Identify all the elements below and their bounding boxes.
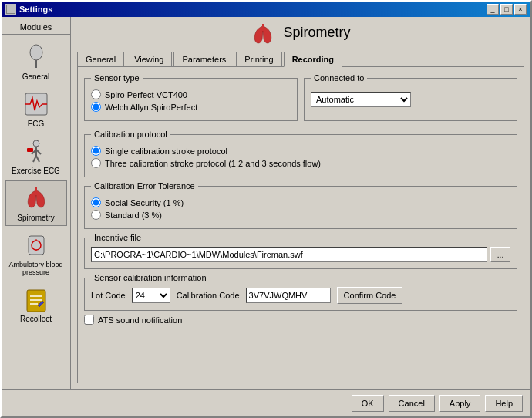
close-button[interactable]: ×: [514, 4, 527, 15]
maximize-button[interactable]: □: [500, 4, 513, 15]
svg-point-5: [33, 140, 39, 147]
calibration-protocol-group: Calibration protocol Single calibration …: [84, 130, 517, 177]
incentive-file-input[interactable]: [91, 247, 487, 262]
sidebar-item-recollect[interactable]: Recollect: [5, 281, 67, 327]
incentive-file-legend: Incentive file: [91, 233, 144, 242]
cal-proto-row-1: Single calibration stroke protocol: [91, 146, 510, 156]
lot-code-label: Lot Code: [91, 291, 126, 300]
tabs-container: General Viewing Parameters Printing Reco…: [77, 51, 524, 66]
ok-button[interactable]: OK: [352, 395, 384, 412]
sensor-cal-legend: Sensor calibration information: [91, 273, 210, 282]
main-panel: Spirometry General Viewing Parameters Pr…: [71, 17, 530, 389]
sensor-radio-welch-allyn[interactable]: [91, 102, 101, 112]
general-label: General: [22, 72, 50, 81]
tab-viewing[interactable]: Viewing: [126, 52, 172, 67]
sensor-radio-row-1: Spiro Perfect VCT400: [91, 89, 291, 99]
settings-window: Settings _ □ × Modules General: [0, 0, 532, 418]
apply-button[interactable]: Apply: [439, 395, 481, 412]
incentive-file-browse-button[interactable]: ...: [490, 247, 510, 262]
tab-content-recording: Sensor type Spiro Perfect VCT400 Welch A…: [77, 66, 524, 383]
incentive-file-row: ...: [91, 247, 510, 262]
svg-rect-12: [35, 187, 37, 195]
general-icon: [22, 43, 50, 71]
sensor-type-legend: Sensor type: [91, 73, 143, 83]
sensor-type-group: Sensor type Spiro Perfect VCT400 Welch A…: [84, 73, 298, 121]
cal-proto-label-three: Three calibration stroke protocol (1,2 a…: [105, 159, 321, 168]
title-bar-left: Settings: [5, 4, 52, 15]
cal-proto-radio-single[interactable]: [91, 146, 101, 156]
cal-error-tolerance-group: Calibration Error Tolerance Social Secur…: [84, 181, 517, 229]
svg-rect-21: [262, 24, 264, 31]
ecg-icon: [22, 90, 50, 118]
sidebar-item-ambulatory[interactable]: Ambulatory blood pressure: [5, 228, 67, 280]
svg-rect-17: [27, 290, 45, 312]
cal-error-radio-standard[interactable]: [91, 210, 101, 220]
ats-sound-label: ATS sound notification: [98, 315, 182, 325]
sidebar-item-exercise-ecg[interactable]: Exercise ECG: [5, 133, 67, 179]
sensor-radio-spiro-perfect[interactable]: [91, 89, 101, 99]
svg-rect-11: [27, 148, 33, 152]
cal-proto-radio-three[interactable]: [91, 158, 101, 168]
sensor-cal-row: Lot Code 24 25 26 Calibration Code Confi…: [91, 287, 510, 304]
cal-error-row-1: Social Security (1 %): [91, 197, 510, 207]
svg-line-9: [33, 156, 36, 162]
calibration-code-input[interactable]: [246, 288, 331, 303]
confirm-code-button[interactable]: Confirm Code: [337, 287, 403, 304]
tab-parameters[interactable]: Parameters: [173, 52, 234, 67]
cal-proto-label-single: Single calibration stroke protocol: [105, 147, 227, 156]
spirometry-label: Spirometry: [17, 214, 54, 222]
recollect-icon: [22, 285, 50, 313]
minimize-button[interactable]: _: [487, 4, 499, 15]
recollect-label: Recollect: [20, 315, 52, 323]
tab-printing[interactable]: Printing: [236, 52, 281, 67]
svg-rect-1: [7, 5, 15, 13]
title-bar: Settings _ □ ×: [2, 2, 530, 17]
sensor-radio-row-2: Welch Allyn SpiroPerfect: [91, 102, 291, 112]
sensor-calibration-group: Sensor calibration information Lot Code …: [84, 273, 517, 311]
sidebar: Modules General: [2, 17, 71, 389]
tab-general[interactable]: General: [77, 52, 124, 67]
ambulatory-label: Ambulatory blood pressure: [8, 261, 65, 276]
connected-to-legend: Connected to: [311, 73, 367, 83]
ambulatory-icon: [22, 231, 50, 259]
cal-error-radio-social[interactable]: [91, 197, 101, 207]
ats-checkbox-row: ATS sound notification: [84, 315, 517, 325]
sidebar-item-general[interactable]: General: [5, 39, 67, 85]
cal-error-label-standard: Standard (3 %): [105, 211, 162, 220]
svg-point-2: [30, 45, 42, 60]
lot-code-select[interactable]: 24 25 26: [132, 288, 170, 303]
cal-error-row-2: Standard (3 %): [91, 210, 510, 220]
ecg-label: ECG: [28, 120, 45, 128]
cal-error-label-social: Social Security (1 %): [105, 198, 184, 207]
page-title: Spirometry: [283, 25, 350, 41]
help-button[interactable]: Help: [485, 395, 523, 412]
sidebar-header: Modules: [2, 20, 70, 35]
exercise-ecg-icon: [22, 137, 50, 165]
connected-to-select[interactable]: Automatic COM1 COM2 COM3 COM4: [311, 92, 411, 107]
connected-to-group: Connected to Automatic COM1 COM2 COM3 CO…: [304, 73, 517, 121]
cal-error-legend: Calibration Error Tolerance: [91, 181, 198, 190]
svg-rect-13: [29, 236, 44, 255]
bottom-bar: OK Cancel Apply Help: [2, 389, 530, 416]
sidebar-item-ecg[interactable]: ECG: [5, 86, 67, 132]
spirometry-icon: [22, 184, 50, 212]
tab-recording[interactable]: Recording: [284, 52, 342, 67]
cancel-button[interactable]: Cancel: [389, 395, 435, 412]
calibration-code-label: Calibration Code: [177, 291, 240, 300]
sensor-label-welch-allyn: Welch Allyn SpiroPerfect: [105, 103, 197, 112]
window-title: Settings: [19, 5, 52, 14]
title-buttons: _ □ ×: [487, 4, 527, 15]
page-header-icon: [251, 23, 275, 46]
svg-line-10: [36, 156, 39, 162]
incentive-file-group: Incentive file ...: [84, 233, 517, 269]
cal-proto-row-2: Three calibration stroke protocol (1,2 a…: [91, 158, 510, 168]
sidebar-item-spirometry[interactable]: Spirometry: [5, 180, 67, 226]
sensor-label-spiro-perfect: Spiro Perfect VCT400: [105, 90, 187, 99]
exercise-ecg-label: Exercise ECG: [12, 167, 60, 175]
ats-sound-checkbox[interactable]: [84, 315, 94, 325]
content-area: Modules General: [2, 17, 530, 389]
window-icon: [5, 4, 16, 15]
calibration-protocol-legend: Calibration protocol: [91, 130, 170, 139]
